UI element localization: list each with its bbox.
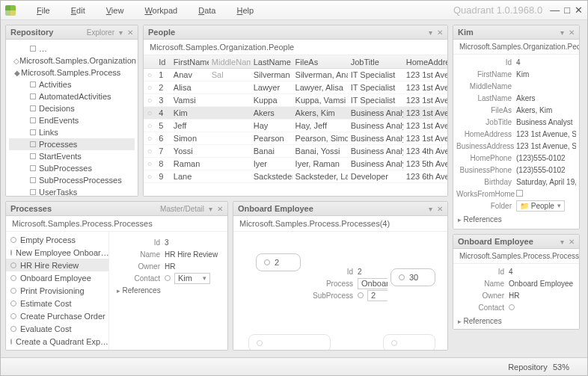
menu-view[interactable]: View [96, 4, 135, 17]
process-dropdown[interactable]: Onboar… [358, 278, 388, 289]
panel-title: Processes [10, 204, 52, 213]
tree-item[interactable]: EndEvents [9, 114, 135, 126]
list-item[interactable]: Estimate Cost [6, 297, 108, 309]
panel-kim: Kim▾✕ Microsoft.Samples.Organization.Peo… [453, 25, 580, 229]
breadcrumb[interactable]: Microsoft.Samples.Process.Processes [6, 216, 227, 232]
panel-title: Onboard Employee [238, 204, 313, 213]
list-item[interactable]: New Employee Onboar… [6, 246, 108, 259]
tree-item[interactable]: StartEvents [9, 150, 135, 162]
panel-title: Kim [458, 28, 474, 37]
minimize-button[interactable]: — [550, 4, 560, 16]
table-row[interactable]: ○3VamsiKuppaKuppa, VamsiIT Specialist123… [144, 94, 447, 107]
breadcrumb[interactable]: Microsoft.Samples.Process.Processes(4) [233, 216, 447, 232]
workspace: Repository Explorer ▾ ✕ …◇Microsoft.Samp… [1, 20, 587, 357]
references-expander[interactable]: References [453, 315, 579, 327]
app-title: Quadrant 1.0.1968.0 [453, 4, 550, 16]
tree-item[interactable]: AutomatedActivities [9, 90, 135, 102]
table-row[interactable]: ○8RamanIyerIyer, RamanBusiness Analyst12… [144, 158, 447, 170]
table-row[interactable]: ○4KimAkersAkers, KimBusiness Analyst123 … [144, 107, 447, 120]
panel-people: People ▾✕ Microsoft.Samples.Organization… [143, 25, 448, 197]
list-item[interactable]: Empty Process [6, 233, 108, 246]
panel-title: Onboard Employee [458, 237, 533, 246]
list-item[interactable]: Create a Quadrant Exp… [6, 335, 108, 348]
references-expander[interactable]: References [112, 284, 224, 297]
maximize-button[interactable]: □ [564, 4, 570, 16]
list-item[interactable]: Fill Position Process [6, 348, 108, 350]
table-row[interactable]: ○5JeffHayHay, JeffBusiness Analyst123 1s… [144, 120, 447, 132]
menu-data[interactable]: Data [188, 4, 226, 17]
menu-file[interactable]: File [26, 4, 61, 17]
panel-pin-icon[interactable]: ▾ [560, 28, 564, 37]
tree-item[interactable]: UserTasks [9, 186, 135, 196]
panel-pin-icon[interactable]: ▾ [119, 28, 123, 37]
panel-close-icon[interactable]: ✕ [437, 205, 443, 213]
tree-item[interactable]: … [9, 43, 135, 55]
panel-title: Repository [10, 28, 53, 37]
tree-item[interactable]: Activities [9, 78, 135, 90]
panel-close-icon[interactable]: ✕ [217, 205, 223, 213]
panel-title: People [148, 28, 175, 37]
panel-onboard-canvas: Onboard Employee▾✕ Microsoft.Samples.Pro… [233, 201, 448, 351]
diagram-node[interactable] [383, 334, 435, 350]
status-label: Repository [508, 363, 548, 372]
diagram-node[interactable]: 30 [391, 268, 435, 286]
panel-close-icon[interactable]: ✕ [569, 238, 575, 246]
tree-item[interactable]: ◆Microsoft.Samples.Process [9, 67, 135, 78]
table-row[interactable]: ○7YossiBanaiBanai, YossiBusiness Analyst… [144, 145, 447, 158]
tree-item[interactable]: SubProcessProcesses [9, 174, 135, 186]
table-row[interactable]: ○1AnavSalSilvermanSilverman, AnavIT Spec… [144, 69, 447, 81]
panel-pin-icon[interactable]: ▾ [429, 28, 432, 37]
tree-item[interactable]: Decisions [9, 102, 135, 114]
breadcrumb[interactable]: Microsoft.Samples.Organization.People(4) [453, 40, 579, 55]
panel-subtitle: Explorer [87, 28, 114, 37]
panel-subtitle: Master/Detail [160, 205, 204, 213]
references-expander[interactable]: References [453, 213, 579, 226]
list-item[interactable]: Print Provisioning [6, 284, 108, 297]
close-button[interactable]: ✕ [575, 4, 583, 16]
diagram-node[interactable]: 2 [256, 253, 301, 271]
status-percent: 53% [553, 363, 569, 372]
list-item[interactable]: HR Hire Review [6, 259, 108, 271]
app-logo-icon [5, 5, 16, 16]
panel-repository: Repository Explorer ▾ ✕ …◇Microsoft.Samp… [5, 25, 138, 197]
panel-close-icon[interactable]: ✕ [127, 28, 133, 37]
list-item[interactable]: Create Purchase Order [6, 309, 108, 322]
table-row[interactable]: ○6SimonPearsonPearson, SimonBusiness Ana… [144, 132, 447, 145]
tree-item[interactable]: SubProcesses [9, 162, 135, 174]
panel-pin-icon[interactable]: ▾ [560, 238, 564, 246]
breadcrumb[interactable]: Microsoft.Samples.Process.Processes(4) [453, 249, 579, 264]
list-item[interactable]: Onboard Employee [6, 271, 108, 284]
tree-item[interactable]: Processes [9, 138, 135, 150]
panel-close-icon[interactable]: ✕ [569, 28, 575, 37]
menu-help[interactable]: Help [226, 4, 264, 17]
tree-item[interactable]: ◇Microsoft.Samples.Organization [9, 55, 135, 67]
panel-processes: ProcessesMaster/Detail▾✕ Microsoft.Sampl… [5, 201, 228, 351]
statusbar: Repository 53% [1, 357, 587, 375]
menu-workpad[interactable]: Workpad [134, 4, 188, 17]
menu-edit[interactable]: Edit [61, 4, 96, 17]
menubar: File Edit View Workpad Data Help Quadran… [1, 1, 587, 20]
subprocess-dropdown[interactable]: 2 [367, 290, 388, 301]
panel-pin-icon[interactable]: ▾ [209, 205, 212, 213]
panel-close-icon[interactable]: ✕ [437, 28, 443, 37]
contact-dropdown[interactable]: Kim [174, 273, 210, 284]
diagram-node[interactable] [248, 334, 331, 350]
panel-onboard-detail: Onboard Employee▾✕ Microsoft.Samples.Pro… [453, 234, 580, 330]
table-row[interactable]: ○2AlisaLawyerLawyer, AlisaIT Specialist1… [144, 81, 447, 94]
table-row[interactable]: ○9LaneSackstederSacksteder, LaneDevelope… [144, 170, 447, 183]
grid-header: IdFirstNameMiddleNameLastNameFileAsJobTi… [144, 55, 447, 69]
tree-item[interactable]: Links [9, 126, 135, 138]
list-item[interactable]: Evaluate Cost [6, 322, 108, 335]
breadcrumb[interactable]: Microsoft.Samples.Organization.People [144, 40, 447, 55]
panel-pin-icon[interactable]: ▾ [429, 205, 432, 213]
